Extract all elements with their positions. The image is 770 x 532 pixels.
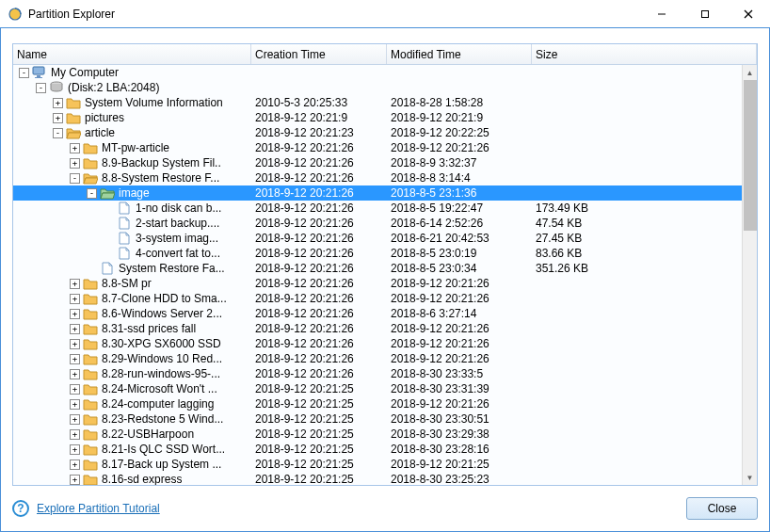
expand-icon[interactable]: + [53,113,63,123]
tree-row[interactable]: +8.29-Windows 10 Red...2018-9-12 20:21:2… [13,351,742,366]
expand-icon[interactable]: + [70,475,80,485]
expand-icon[interactable]: + [70,444,80,455]
tree-row[interactable]: -8.8-System Restore F...2018-9-12 20:21:… [13,170,742,185]
creation-time: 2018-9-12 20:21:25 [251,473,387,485]
help-icon[interactable]: ? [12,500,29,517]
tree-row[interactable]: +8.28-run-windows-95-...2018-9-12 20:21:… [13,366,742,381]
creation-time: 2018-9-12 20:21:26 [251,217,387,230]
tree-row[interactable]: +8.16-sd express2018-9-12 20:21:252018-8… [13,472,742,485]
folder-icon [83,397,98,411]
svg-rect-2 [702,10,709,17]
node-label: pictures [83,111,124,124]
tree-row[interactable]: 4-convert fat to...2018-9-12 20:21:26201… [13,246,742,261]
expand-icon[interactable]: + [70,459,80,470]
expand-icon[interactable]: + [70,354,80,364]
node-label: 8.31-ssd prices fall [100,322,196,335]
tree-row[interactable]: +System Volume Information2010-5-3 20:25… [13,95,742,110]
tutorial-link[interactable]: Explore Partition Tutorial [37,502,160,515]
modified-time: 2018-8-5 23:0:34 [387,262,532,275]
tree-row[interactable]: -image2018-9-12 20:21:262018-8-5 23:1:36 [13,185,742,201]
collapse-icon[interactable]: - [19,68,29,78]
creation-time: 2018-9-12 20:21:26 [251,247,387,260]
tree-row[interactable]: +8.21-Is QLC SSD Wort...2018-9-12 20:21:… [13,442,742,457]
node-label: image [117,186,150,200]
creation-time: 2010-5-3 20:25:33 [251,96,387,109]
column-header-ctime[interactable]: Creation Time [251,44,387,64]
tree-row[interactable]: +8.24-computer lagging2018-9-12 20:21:25… [13,396,742,411]
titlebar[interactable]: Partition Explorer [0,0,770,28]
tree-row[interactable]: +8.6-Windows Server 2...2018-9-12 20:21:… [13,306,742,321]
close-button[interactable]: Close [686,497,758,520]
tree-row[interactable]: +8.17-Back up System ...2018-9-12 20:21:… [13,457,742,472]
tree-row[interactable]: +8.8-SM pr2018-9-12 20:21:262018-9-12 20… [13,276,742,291]
size: 173.49 KB [532,202,742,215]
tree-row[interactable]: -(Disk:2 LBA:2048) [13,80,742,95]
node-label: 8.28-run-windows-95-... [100,367,220,380]
creation-time: 2018-9-12 20:21:25 [251,382,387,395]
tree-row[interactable]: -article2018-9-12 20:21:232018-9-12 20:2… [13,125,742,140]
vertical-scrollbar[interactable]: ▲ ▼ [742,65,757,485]
expand-icon[interactable]: + [70,279,80,289]
folder-icon [83,367,98,380]
folder-icon [83,337,98,350]
tree-row[interactable]: +MT-pw-article2018-9-12 20:21:262018-9-1… [13,140,742,155]
folder-icon [83,412,98,426]
expand-icon[interactable]: + [70,324,80,334]
expand-icon[interactable]: + [70,339,80,349]
tree-row[interactable]: +8.7-Clone HDD to Sma...2018-9-12 20:21:… [13,291,742,306]
close-window-button[interactable] [727,0,770,27]
folder-icon [66,96,81,109]
expand-icon[interactable]: + [70,158,80,169]
node-label: 8.16-sd express [100,473,182,485]
expand-icon[interactable]: + [70,429,80,440]
expand-icon[interactable]: + [70,369,80,379]
tree-row[interactable]: 2-start backup....2018-9-12 20:21:262018… [13,216,742,231]
svg-rect-5 [33,67,44,74]
node-label: 8.7-Clone HDD to Sma... [100,292,227,305]
tree-row[interactable]: +8.31-ssd prices fall2018-9-12 20:21:262… [13,321,742,336]
expand-icon[interactable]: + [70,143,80,153]
tree-row[interactable]: +8.23-Redstone 5 Wind...2018-9-12 20:21:… [13,411,742,427]
folder-icon [83,307,98,320]
expand-icon[interactable]: + [70,399,80,410]
scroll-thumb[interactable] [744,80,757,231]
column-header-name[interactable]: Name [13,44,251,64]
modified-time: 2018-8-6 3:27:14 [387,307,532,320]
column-header-mtime[interactable]: Modified Time [387,44,532,64]
node-label: 8.29-Windows 10 Red... [100,352,222,365]
modified-time: 2018-9-12 20:21:26 [387,337,532,350]
folder-open-icon [66,126,81,139]
tree-row[interactable]: +pictures2018-9-12 20:21:92018-9-12 20:2… [13,110,742,125]
node-label: 8.24-Microsoft Won't ... [100,382,217,395]
creation-time: 2018-9-12 20:21:26 [251,352,387,365]
node-label: 1-no disk can b... [134,202,221,215]
minimize-button[interactable] [640,0,683,27]
expand-icon[interactable]: + [70,414,80,425]
tree-row[interactable]: 3-system imag...2018-9-12 20:21:262018-6… [13,231,742,246]
tree-row[interactable]: -My Computer [13,65,742,80]
scroll-down-arrow[interactable]: ▼ [743,470,757,485]
scroll-up-arrow[interactable]: ▲ [743,65,757,80]
tree-row[interactable]: +8.30-XPG SX6000 SSD2018-9-12 20:21:2620… [13,336,742,351]
tree-row[interactable]: +8.24-Microsoft Won't ...2018-9-12 20:21… [13,381,742,396]
tree-row[interactable]: +8.22-USBHarpoon2018-9-12 20:21:252018-8… [13,427,742,442]
tree-row[interactable]: +8.9-Backup System Fil..2018-9-12 20:21:… [13,155,742,170]
collapse-icon[interactable]: - [36,83,46,93]
tree-row[interactable]: System Restore Fa...2018-9-12 20:21:2620… [13,261,742,276]
modified-time: 2018-9-12 20:21:26 [387,322,532,335]
expand-icon[interactable]: + [70,384,80,395]
column-header-size[interactable]: Size [532,44,757,64]
maximize-button[interactable] [683,0,727,27]
tree-row[interactable]: 1-no disk can b...2018-9-12 20:21:262018… [13,201,742,216]
folder-icon [83,382,98,395]
app-icon [8,7,23,22]
expand-icon[interactable]: + [53,98,63,108]
node-label: System Volume Information [83,96,223,109]
modified-time: 2018-8-30 23:30:51 [387,412,532,426]
folder-icon [83,277,98,290]
collapse-icon[interactable]: - [53,128,63,138]
expand-icon[interactable]: + [70,309,80,319]
collapse-icon[interactable]: - [70,173,80,184]
collapse-icon[interactable]: - [87,188,97,199]
expand-icon[interactable]: + [70,294,80,304]
